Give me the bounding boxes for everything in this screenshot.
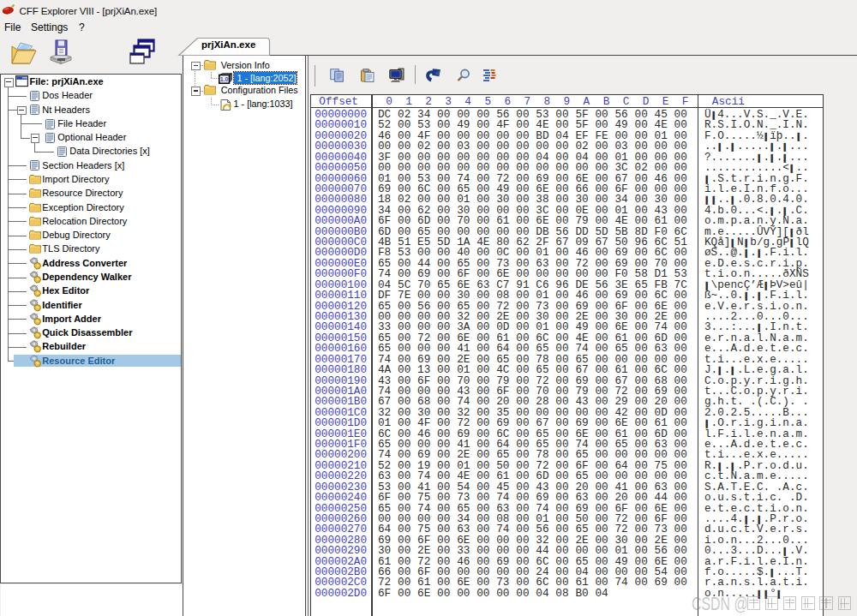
svg-text:1.0: 1.0 (220, 76, 229, 82)
